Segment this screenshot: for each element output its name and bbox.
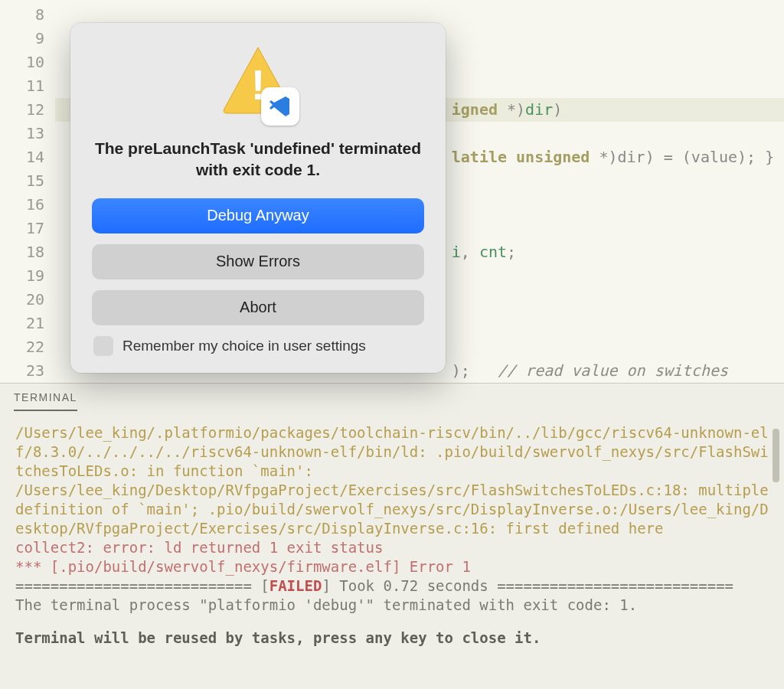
terminal-line: The terminal process "platformio 'debug'… [15, 596, 769, 615]
terminal-line: collect2: error: ld returned 1 exit stat… [15, 538, 769, 557]
terminal-panel[interactable]: TERMINAL /Users/lee_king/.platformio/pac… [0, 383, 784, 689]
panel-tabs: TERMINAL [0, 384, 784, 411]
remember-choice-label[interactable]: Remember my choice in user settings [92, 336, 424, 356]
remember-choice-text: Remember my choice in user settings [122, 338, 366, 354]
terminal-output[interactable]: /Users/lee_king/.platformio/packages/too… [0, 411, 784, 648]
debug-anyway-button[interactable]: Debug Anyway [92, 198, 424, 233]
terminal-line: /Users/lee_king/.platformio/packages/too… [15, 423, 769, 481]
abort-button[interactable]: Abort [92, 290, 424, 325]
dialog-title: The preLaunchTask 'undefined' terminated… [92, 138, 424, 181]
prelaunchtask-error-dialog: ! The preLaunchTask 'undefined' terminat… [70, 23, 446, 373]
scrollbar-thumb[interactable] [773, 429, 779, 482]
line-number-gutter: 8910 111213 141516 171819 202122 23 [0, 0, 55, 383]
terminal-line: Terminal will be reused by tasks, press … [15, 629, 769, 648]
remember-choice-checkbox[interactable] [93, 336, 113, 356]
terminal-line: =========================== [FAILED] Too… [15, 576, 769, 596]
tab-terminal[interactable]: TERMINAL [14, 391, 77, 411]
vscode-icon [261, 87, 299, 126]
terminal-line: *** [.pio/build/swervolf_nexys/firmware.… [15, 557, 769, 576]
terminal-line: /Users/lee_king/Desktop/RVfpgaProject/Ex… [15, 481, 769, 538]
warning-icon: ! [92, 44, 424, 121]
show-errors-button[interactable]: Show Errors [92, 244, 424, 279]
